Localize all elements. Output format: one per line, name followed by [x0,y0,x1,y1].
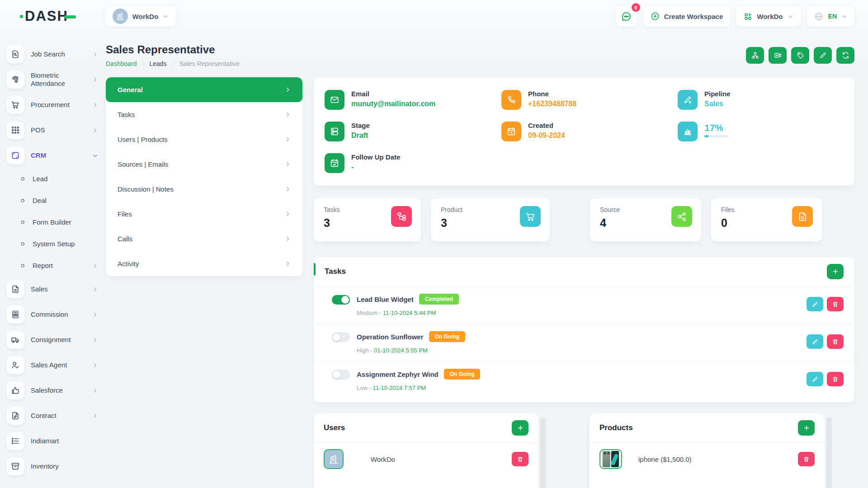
sidebar-item-biometric-attendance[interactable]: Biometric Attendance [6,67,100,92]
dash-logo[interactable]: DASH [25,6,68,27]
trash-icon [832,338,839,345]
building-icon [113,9,128,24]
products-card: Products iphone ($1,500.0) [590,413,825,488]
task-row: Assignment Zephyr Wind On Going Low - 11… [314,361,854,402]
sidebar-item-sales[interactable]: Sales [6,277,100,302]
sidebar-item-system-setup[interactable]: System Setup [6,233,100,255]
file-icon [6,280,24,298]
task-complete-toggle[interactable] [332,370,350,380]
user-name: WorkDo [371,455,395,463]
bar-chart-icon [678,122,698,141]
sidebar-item-procurement[interactable]: Procurement [6,92,100,117]
tasks-card-title: Tasks [325,267,346,276]
chevron-right-icon [285,261,291,267]
status-badge: On Going [429,331,466,342]
delete-task-button[interactable] [827,372,844,386]
tab-files[interactable]: Files [106,202,302,226]
users-card: Users WorkDo [314,413,538,488]
video-call-button[interactable] [769,47,787,64]
sidebar-item-lead[interactable]: Lead [6,168,100,190]
sidebar-item-salesforce[interactable]: Salesforce [6,378,100,403]
progress-bar [704,135,729,137]
convert-lead-button[interactable] [836,47,854,64]
messages-button[interactable]: 0 [616,6,637,27]
workspace-menu[interactable]: WorkDo [736,6,800,27]
sidebar-item-form-builder[interactable]: Form Builder [6,211,100,233]
delete-task-button[interactable] [827,297,844,311]
add-product-button[interactable] [798,420,815,436]
language-selector[interactable]: EN [807,6,854,27]
workspace-selector[interactable]: WorkDo [105,6,176,27]
phone-icon [501,90,521,110]
sidebar-item-report[interactable]: Report [6,255,100,277]
sidebar-item-sales-agent[interactable]: Sales Agent [6,352,100,378]
delete-task-button[interactable] [827,334,844,349]
sidebar-item-pos[interactable]: POS [6,117,100,143]
breadcrumb-leads[interactable]: Leads [150,60,167,67]
sidebar-item-consignment[interactable]: Consignment [6,327,100,352]
edit-lead-button[interactable] [814,47,832,64]
chevron-down-icon [841,14,847,19]
delete-user-button[interactable] [512,452,528,466]
users-scrollbar[interactable] [540,417,546,488]
chevron-right-icon [92,52,98,57]
breadcrumb-dashboard[interactable]: Dashboard [106,60,137,67]
add-user-button[interactable] [512,420,528,436]
task-row: Operation Sunflower On Going High - 01-1… [314,324,854,361]
products-scrollbar[interactable] [826,417,832,488]
chevron-right-icon [92,263,98,269]
status-badge: Completed [419,294,459,305]
created-label: Created [528,121,553,129]
user-avatar [324,449,344,469]
create-workspace-button[interactable]: Create Workspace [643,6,731,27]
task-meta: Low - 11-10-2024 7:57 PM [357,385,480,391]
tab-activity[interactable]: Activity [106,251,302,276]
task-meta: Medium - 11-10-2024 5:44 PM [357,310,459,316]
sidebar-item-commission[interactable]: Commission [6,302,100,327]
tab-tasks[interactable]: Tasks [106,102,302,127]
sidebar-item-contract[interactable]: Contract [6,403,100,428]
add-task-button[interactable] [827,264,844,279]
tab-discussion-notes[interactable]: Discussion | Notes [106,177,302,202]
edit-task-button[interactable] [807,334,823,349]
follow-up-value: - [351,163,400,171]
sidebar-item-job-search[interactable]: Job Search [6,42,100,67]
sidebar-item-deal[interactable]: Deal [6,190,100,211]
lead-section-menu: General Tasks Users | Products Sources |… [106,77,302,276]
chevron-right-icon [141,61,146,66]
labels-button[interactable] [791,47,809,64]
page-title: Sales Representative [106,43,240,56]
sidebar-item-crm[interactable]: CRM [6,143,100,168]
plus-icon [803,424,810,432]
edit-task-button[interactable] [807,297,823,311]
sidebar-item-indiamart[interactable]: Indiamart [6,428,100,454]
chevron-right-icon [92,388,98,394]
plus-icon [517,424,524,432]
top-right-controls: 0 Create Workspace WorkDo EN [616,6,854,27]
edit-task-button[interactable] [807,372,823,386]
stat-product: Product 3 [431,198,550,241]
logo-text: DASH [25,8,68,24]
trash-icon [803,456,810,463]
field-progress: 17% [678,122,844,141]
truck-icon [6,331,24,349]
task-complete-toggle[interactable] [332,333,350,342]
tab-calls[interactable]: Calls [106,226,302,251]
sitemap-icon [751,52,759,59]
field-phone: Phone +16239488788 [501,90,678,110]
user-row: WorkDo [314,443,538,475]
ring-icon [20,263,25,268]
chevron-down-icon [788,14,793,19]
notification-badge: 0 [632,3,640,12]
tab-users-products[interactable]: Users | Products [106,127,302,152]
task-complete-toggle[interactable] [332,295,350,305]
delete-product-button[interactable] [798,452,815,466]
tab-sources-emails[interactable]: Sources | Emails [106,152,302,177]
chevron-right-icon [285,211,291,217]
sidebar-item-inventory[interactable]: Inventory [6,454,100,479]
chevron-down-icon [163,14,169,19]
chevron-right-icon [92,286,98,292]
pencil-icon [811,376,818,383]
tab-general[interactable]: General [106,77,302,102]
sitemap-button[interactable] [746,47,764,64]
